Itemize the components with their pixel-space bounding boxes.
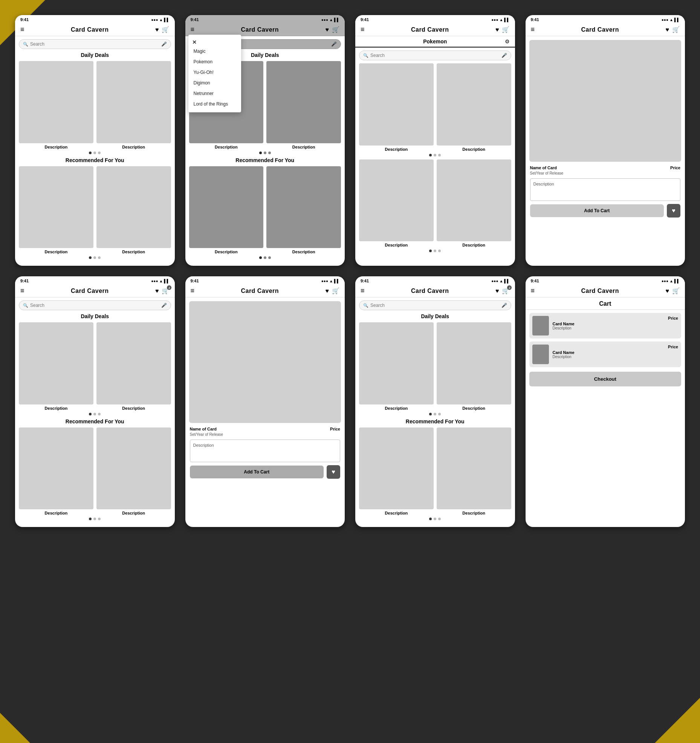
menu-item-pokemon[interactable]: Pokemon [188,57,241,67]
add-to-cart-button-2[interactable]: Add To Cart [190,466,324,478]
deal-card-5-2[interactable]: Description [96,322,171,411]
heart-icon-3[interactable]: ♥ [495,26,499,33]
cart-with-badge-5[interactable]: 🛒2 [162,287,169,294]
cart-icon-3[interactable]: 🛒 [502,26,509,33]
product-name-1: Name of Card [530,165,564,170]
heart-icon-5[interactable]: ♥ [155,288,159,294]
cart-icon-6[interactable]: 🛒 [332,287,339,294]
close-menu-button[interactable]: ✕ [188,38,241,46]
search-icon-5: 🔍 [23,303,28,308]
battery-icon-6: ▌▌ [334,279,339,283]
rec-card-desc-2-1: Description [215,250,238,254]
signal-icon-2: ●●● [321,18,328,22]
menu-item-lotr[interactable]: Lord of the Rings [188,99,241,109]
rec-card-7-2[interactable]: Description [437,427,511,516]
mic-icon-5[interactable]: 🎤 [161,303,167,308]
hamburger-icon-3[interactable]: ≡ [361,26,365,34]
search-input-1[interactable] [30,41,161,47]
rec-dot-3 [98,256,101,259]
mic-icon-2[interactable]: 🎤 [331,41,337,47]
rec-card-1-1[interactable]: Description [19,166,93,254]
cart-icon-2[interactable]: 🛒 [332,26,339,33]
cat-card-4[interactable]: Description [437,159,511,248]
hamburger-icon-2[interactable]: ≡ [191,26,195,34]
wifi-icon-8: ▲ [669,279,673,283]
cart-icon-8[interactable]: 🛒 [672,287,680,294]
deal-card-desc-7-2: Description [462,406,485,411]
wishlist-button-1[interactable]: ♥ [667,204,680,218]
search-input-5[interactable] [30,303,161,308]
hamburger-icon-8[interactable]: ≡ [531,287,535,295]
search-bar-3[interactable]: 🔍 🎤 [359,51,511,60]
rec-card-5-2[interactable]: Description [96,427,171,516]
status-bar-8: 9:41 ●●● ▲ ▌▌ [526,276,685,285]
mic-icon-3[interactable]: 🎤 [501,53,507,58]
deal-card-desc-5-1: Description [45,406,68,411]
rec-dot-1 [89,256,92,259]
heart-icon-7[interactable]: ♥ [495,288,499,294]
hamburger-icon-1[interactable]: ≡ [20,26,24,34]
heart-icon-4[interactable]: ♥ [665,26,669,33]
cart-item-1[interactable]: Card Name Description Price [529,313,682,339]
cat-card-3[interactable]: Description [359,159,434,248]
hamburger-icon-7[interactable]: ≡ [361,287,365,295]
search-bar-5[interactable]: 🔍 🎤 [19,300,171,310]
cat-card-2[interactable]: Description [437,63,511,152]
signal-icon-5: ●●● [151,279,158,283]
app-title-3: Card Cavern [411,26,449,33]
menu-item-yugioh[interactable]: Yu-Gi-Oh! [188,67,241,78]
cat-dots-2 [355,250,515,252]
home-content-5: 🔍 🎤 Daily Deals Description Description [15,300,175,527]
product-img-1 [529,40,682,162]
phone-cart: 9:41 ●●● ▲ ▌▌ ≡ Card Cavern ♥ 🛒 Cart Car… [526,276,685,527]
add-to-cart-button-1[interactable]: Add To Cart [530,204,664,217]
search-bar-1[interactable]: 🔍 🎤 [19,39,171,49]
deal-card-desc-1-2: Description [122,145,145,149]
cart-icon-4[interactable]: 🛒 [672,26,680,33]
heart-icon-1[interactable]: ♥ [155,26,159,33]
rec-card-5-1[interactable]: Description [19,427,93,516]
cart-item-2[interactable]: Card Name Description Price [529,342,682,367]
deal-card-1-1[interactable]: Description [19,61,93,149]
cart-item-desc-2: Description [553,355,665,359]
deal-card-desc-1-1: Description [45,145,68,149]
wifi-icon-3: ▲ [499,18,503,22]
time-2: 9:41 [191,17,199,22]
rec-card-7-1[interactable]: Description [359,427,434,516]
search-bar-7[interactable]: 🔍 🎤 [359,300,511,310]
heart-icon-2[interactable]: ♥ [325,26,329,33]
cart-icon-1[interactable]: 🛒 [162,26,169,33]
dot-2-2 [264,152,266,154]
hamburger-icon-6[interactable]: ≡ [191,287,195,295]
deal-card-7-2[interactable]: Description [437,322,511,411]
deal-card-7-1[interactable]: Description [359,322,434,411]
deal-card-5-1[interactable]: Description [19,322,93,411]
status-icons-5: ●●● ▲ ▌▌ [151,279,169,283]
menu-item-magic[interactable]: Magic [188,46,241,57]
mic-icon-7[interactable]: 🎤 [501,303,507,308]
menu-item-digimon[interactable]: Digimon [188,78,241,88]
signal-icon-7: ●●● [491,279,498,283]
rec-card-1-2[interactable]: Description [96,166,171,254]
cart-with-badge-7[interactable]: 🛒2 [502,287,509,294]
dropdown-menu[interactable]: ✕ Magic Pokemon Yu-Gi-Oh! Digimon Netrun… [188,35,241,112]
cat-card-img-3 [359,159,434,242]
menu-item-netrunner[interactable]: Netrunner [188,88,241,99]
heart-icon-8[interactable]: ♥ [665,288,669,294]
hamburger-icon-4[interactable]: ≡ [531,26,535,34]
wishlist-button-2[interactable]: ♥ [327,465,340,479]
search-input-7[interactable] [370,303,501,308]
rec-card-desc-1-2: Description [122,250,145,254]
hamburger-icon-5[interactable]: ≡ [20,287,24,295]
heart-icon-6[interactable]: ♥ [325,288,329,294]
cat-dot-3 [438,154,441,156]
filter-icon[interactable]: ⚙ [505,38,510,44]
deal-card-1-2[interactable]: Description [96,61,171,149]
search-input-3[interactable] [370,53,501,58]
dot-2 [93,152,96,154]
rec-card-desc-5-1: Description [45,511,68,515]
mic-icon-1[interactable]: 🎤 [161,41,167,47]
nav-icons-5: ♥ 🛒2 [155,287,170,294]
checkout-button[interactable]: Checkout [529,372,682,386]
cat-card-1[interactable]: Description [359,63,434,152]
